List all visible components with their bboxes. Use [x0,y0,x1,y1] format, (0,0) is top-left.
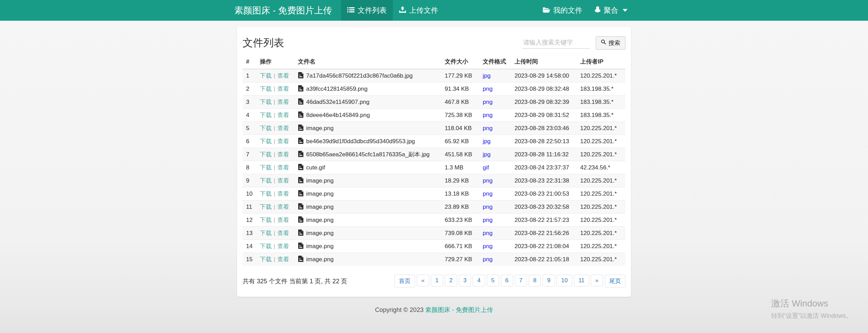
search-button[interactable]: 搜索 [596,36,625,50]
file-count-summary: 共有 325 个文件 当前第 1 页, 共 22 页 [243,277,347,285]
brand-link[interactable]: 素颜图床 - 免费图片上传 [234,0,332,21]
format-link[interactable]: png [483,243,492,249]
footer-site-link[interactable]: 素颜图床 - 免费图片上传 [425,306,493,313]
download-link[interactable]: 下载 [260,86,272,92]
view-link[interactable]: 查看 [277,230,289,236]
download-link[interactable]: 下载 [260,164,272,171]
view-link[interactable]: 查看 [277,164,289,171]
cell-index: 10 [243,187,256,200]
format-link[interactable]: png [483,125,492,131]
cell-upload-time: 2023-08-22 21:56:26 [511,227,577,240]
filename-text: image.png [306,125,333,131]
table-header-row: # 操作 文件名 文件大小 文件格式 上传时间 上传者IP [243,55,625,69]
page-button[interactable]: 2 [445,275,457,286]
page-button[interactable]: » [591,275,603,286]
page-button[interactable]: 尾页 [605,275,625,287]
table-row: 15下载|查看image.png729.27 KBpng2023-08-22 2… [243,253,625,266]
format-link[interactable]: png [483,256,492,263]
cell-upload-time: 2023-08-22 21:05:18 [511,253,577,266]
download-link[interactable]: 下载 [260,256,272,263]
view-link[interactable]: 查看 [277,256,289,263]
nav-item-my-files[interactable]: 我的文件 [537,0,588,21]
page-button[interactable]: 1 [431,275,443,286]
download-link[interactable]: 下载 [260,151,272,158]
pagination-item: 10 [555,275,572,287]
filename-text: image.png [306,256,333,263]
page-button[interactable]: 9 [542,275,555,286]
cell-format: png [479,174,511,187]
view-link[interactable]: 查看 [277,151,289,158]
download-link[interactable]: 下载 [260,125,272,131]
view-link[interactable]: 查看 [277,204,289,210]
page-button[interactable]: 11 [574,275,589,286]
download-link[interactable]: 下载 [260,72,272,79]
format-link[interactable]: jpg [483,151,491,158]
format-link[interactable]: png [483,190,492,197]
format-link[interactable]: jpg [483,72,491,79]
file-table: # 操作 文件名 文件大小 文件格式 上传时间 上传者IP 1下载|查看7a17… [243,55,625,266]
nav-item-aggregate[interactable]: 聚合 [588,0,634,21]
page-button[interactable]: 首页 [394,275,415,287]
download-link[interactable]: 下载 [260,204,272,210]
page-button[interactable]: 6 [501,275,513,286]
download-link[interactable]: 下载 [260,190,272,197]
page-button[interactable]: « [417,275,429,286]
view-link[interactable]: 查看 [277,243,289,249]
upload-icon [399,6,406,14]
search-button-label: 搜索 [608,39,620,47]
cell-size: 451.58 KB [441,148,479,161]
download-link[interactable]: 下载 [260,99,272,105]
cell-upload-time: 2023-08-22 21:57:23 [511,214,577,227]
qq-icon [595,6,601,14]
view-link[interactable]: 查看 [277,99,289,105]
view-link[interactable]: 查看 [277,190,289,197]
format-link[interactable]: png [483,99,492,105]
nav-right: 我的文件 聚合 [537,0,634,21]
download-link[interactable]: 下载 [260,112,272,118]
download-link[interactable]: 下载 [260,177,272,184]
page-button[interactable]: 5 [487,275,499,286]
page-button[interactable]: 7 [515,275,527,286]
download-link[interactable]: 下载 [260,243,272,249]
format-link[interactable]: png [483,112,492,118]
filename-text: a39fcc4128145859.png [306,86,368,92]
filename-text: cute.gif [306,164,325,171]
view-link[interactable]: 查看 [277,112,289,118]
format-link[interactable]: png [483,204,492,210]
pagination-item: 3 [457,275,471,287]
format-link[interactable]: png [483,86,492,92]
format-link[interactable]: png [483,177,492,184]
page-button[interactable]: 3 [459,275,471,286]
search-input[interactable] [522,37,590,49]
cell-format: png [479,227,511,240]
format-link[interactable]: png [483,230,492,236]
view-link[interactable]: 查看 [277,138,289,145]
page-button[interactable]: 4 [473,275,485,286]
format-link[interactable]: png [483,217,492,223]
cell-filename: image.png [294,187,441,200]
filename-text: image.png [306,230,333,236]
nav-item-file-list[interactable]: 文件列表 [341,0,393,21]
download-link[interactable]: 下载 [260,230,272,236]
format-link[interactable]: jpg [483,138,491,145]
nav-item-upload[interactable]: 上传文件 [393,0,444,21]
view-link[interactable]: 查看 [277,217,289,223]
view-link[interactable]: 查看 [277,72,289,79]
table-row: 9下载|查看image.png18.29 KBpng2023-08-23 22:… [243,174,625,187]
page-button[interactable]: 8 [529,275,541,286]
view-link[interactable]: 查看 [277,86,289,92]
download-link[interactable]: 下载 [260,138,272,145]
page-button[interactable]: 10 [557,275,572,286]
download-link[interactable]: 下载 [260,217,272,223]
cell-actions: 下载|查看 [256,109,294,122]
cell-uploader-ip: 120.225.201.* [577,69,625,82]
cell-actions: 下载|查看 [256,148,294,161]
filename-text: 46dad532e1145907.png [306,99,369,105]
format-link[interactable]: gif [483,164,489,171]
cell-upload-time: 2023-08-29 08:31:52 [511,109,577,122]
pagination-item: 9 [541,275,555,287]
view-link[interactable]: 查看 [277,177,289,184]
cell-actions: 下载|查看 [256,187,294,200]
view-link[interactable]: 查看 [277,125,289,131]
cell-filename: 7a17da456c8750f221d3c867fac0a6b.jpg [294,69,441,82]
